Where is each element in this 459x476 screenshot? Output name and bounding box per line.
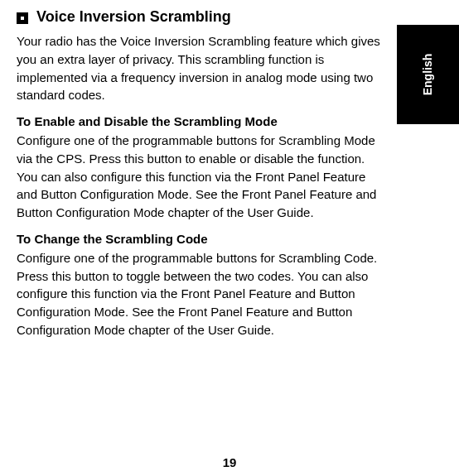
language-tab: English: [397, 25, 459, 124]
bullet-square-icon: [17, 12, 28, 24]
page-number: 19: [223, 455, 237, 469]
body-enable: Configure one of the programmable button…: [17, 132, 381, 222]
intro-paragraph: Your radio has the Voice Inversion Scram…: [17, 32, 381, 104]
subheading-change: To Change the Scrambling Code: [17, 232, 381, 246]
body-change: Configure one of the programmable button…: [17, 249, 381, 339]
subheading-enable: To Enable and Disable the Scrambling Mod…: [17, 114, 381, 128]
heading-text: Voice Inversion Scrambling: [36, 8, 231, 26]
content-area: Voice Inversion Scrambling Your radio ha…: [17, 8, 381, 339]
language-label: English: [422, 54, 435, 96]
section-heading: Voice Inversion Scrambling: [17, 8, 381, 26]
